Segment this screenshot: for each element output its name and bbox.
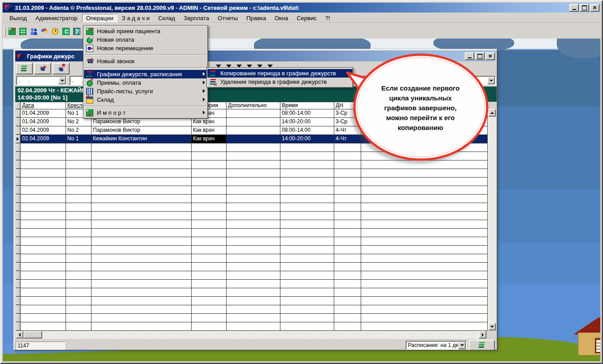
table-cell[interactable]: [21, 271, 66, 280]
table-cell[interactable]: [361, 322, 488, 331]
table-cell[interactable]: [280, 186, 334, 195]
menubar-item[interactable]: ?!: [321, 14, 334, 22]
table-cell[interactable]: [280, 169, 334, 178]
menubar-item[interactable]: Отчеты: [214, 14, 242, 22]
row-selector[interactable]: [16, 152, 21, 160]
table-cell[interactable]: [192, 143, 227, 152]
table-cell[interactable]: 08:00-14:00: [280, 109, 334, 118]
table-cell[interactable]: [21, 314, 66, 322]
row-selector[interactable]: [16, 212, 21, 220]
table-cell[interactable]: [280, 160, 334, 169]
table-row[interactable]: [16, 314, 488, 322]
table-cell[interactable]: [92, 314, 192, 322]
row-selector[interactable]: [16, 305, 21, 314]
table-cell[interactable]: [192, 178, 227, 186]
table-cell[interactable]: [192, 322, 227, 331]
schedule-grid-icon[interactable]: [19, 28, 26, 35]
table-cell[interactable]: [361, 297, 488, 305]
row-selector[interactable]: [16, 288, 21, 297]
toolbar-grip[interactable]: [4, 27, 6, 36]
table-cell[interactable]: [192, 203, 227, 212]
table-cell[interactable]: [361, 246, 488, 254]
table-cell[interactable]: [280, 237, 334, 246]
table-cell[interactable]: [334, 237, 361, 246]
table-cell[interactable]: [227, 203, 280, 212]
table-cell[interactable]: [66, 229, 92, 237]
row-selector[interactable]: [16, 143, 21, 152]
table-cell[interactable]: [92, 203, 192, 212]
row-selector[interactable]: [16, 246, 21, 254]
table-cell[interactable]: [361, 254, 488, 263]
table-cell[interactable]: [92, 195, 192, 203]
table-cell[interactable]: [21, 305, 66, 314]
menu-item[interactable]: Удаление периода в графике дежурств: [207, 78, 352, 86]
row-selector[interactable]: [16, 263, 21, 271]
table-cell[interactable]: 02.04.2009: [21, 126, 66, 135]
table-row[interactable]: [16, 305, 488, 314]
table-cell[interactable]: [21, 229, 66, 237]
table-cell[interactable]: [334, 322, 361, 331]
table-cell[interactable]: [192, 297, 227, 305]
table-cell[interactable]: [21, 203, 66, 212]
table-cell[interactable]: [92, 229, 192, 237]
table-cell[interactable]: [280, 246, 334, 254]
table-cell[interactable]: [192, 254, 227, 263]
schedule-print-button[interactable]: [34, 63, 51, 74]
table-cell[interactable]: [21, 263, 66, 271]
table-row[interactable]: [16, 246, 488, 254]
table-cell[interactable]: [227, 280, 280, 288]
table-cell[interactable]: [192, 314, 227, 322]
table-cell[interactable]: Парамонов Виктор: [92, 118, 192, 126]
table-cell[interactable]: Парамонов Виктор: [92, 126, 192, 135]
table-cell[interactable]: [227, 178, 280, 186]
table-cell[interactable]: [92, 143, 192, 152]
table-cell[interactable]: [21, 246, 66, 254]
table-cell[interactable]: No 2: [66, 126, 92, 135]
table-cell[interactable]: [334, 305, 361, 314]
horizontal-scrollbar[interactable]: [16, 331, 486, 339]
new-reception-icon[interactable]: [9, 28, 16, 35]
table-cell[interactable]: 01.04.2009: [21, 109, 66, 118]
minimize-icon[interactable]: [569, 4, 579, 12]
table-cell[interactable]: [66, 237, 92, 246]
table-cell[interactable]: [227, 118, 280, 126]
menu-item[interactable]: Новый звонок: [84, 57, 207, 65]
table-cell[interactable]: [361, 263, 488, 271]
table-cell[interactable]: [21, 297, 66, 305]
table-cell[interactable]: Кежайкин Константин: [92, 135, 192, 143]
patients-icon[interactable]: [30, 28, 37, 35]
table-cell[interactable]: [227, 305, 280, 314]
table-cell[interactable]: [66, 152, 92, 160]
clock-icon[interactable]: [52, 28, 59, 35]
row-selector[interactable]: [16, 297, 21, 305]
table-row[interactable]: [16, 237, 488, 246]
table-cell[interactable]: [280, 178, 334, 186]
table-cell[interactable]: [21, 322, 66, 331]
table-cell[interactable]: [192, 280, 227, 288]
table-row[interactable]: [16, 322, 488, 331]
table-cell[interactable]: [334, 297, 361, 305]
calendar-c-icon[interactable]: [62, 28, 70, 35]
table-cell[interactable]: [361, 178, 488, 186]
menubar-item[interactable]: З а д а ч и: [118, 14, 154, 22]
row-selector[interactable]: [16, 135, 21, 143]
table-cell[interactable]: [361, 203, 488, 212]
table-cell[interactable]: 14:00-20:00: [280, 118, 334, 126]
table-cell[interactable]: [192, 288, 227, 297]
table-cell[interactable]: [361, 186, 488, 195]
table-cell[interactable]: [280, 212, 334, 220]
table-cell[interactable]: [334, 263, 361, 271]
table-cell[interactable]: [227, 246, 280, 254]
table-cell[interactable]: [92, 186, 192, 195]
table-cell[interactable]: [192, 263, 227, 271]
table-cell[interactable]: [66, 160, 92, 169]
table-cell[interactable]: [280, 271, 334, 280]
table-cell[interactable]: [192, 237, 227, 246]
menubar-item[interactable]: Сервис: [293, 14, 321, 22]
column-header[interactable]: Время: [280, 102, 334, 109]
table-cell[interactable]: [192, 212, 227, 220]
table-cell[interactable]: 08:00-14:00: [280, 126, 334, 135]
table-row[interactable]: [16, 288, 488, 297]
table-cell[interactable]: [66, 143, 92, 152]
table-cell[interactable]: [334, 271, 361, 280]
